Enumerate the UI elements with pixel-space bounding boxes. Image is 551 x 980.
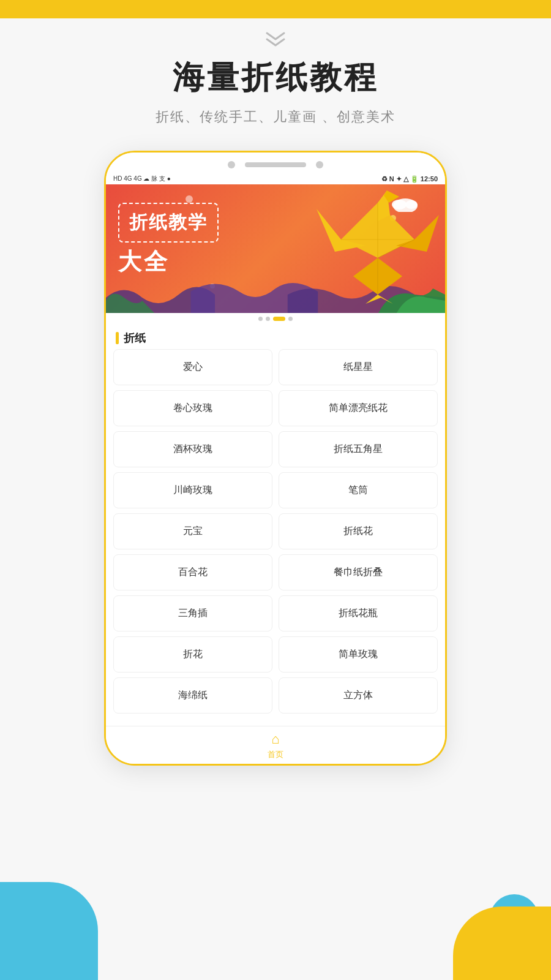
- grid-container: 爱心 纸星星 卷心玫瑰 简单漂亮纸花 酒杯玫瑰 折纸五角星 川崎玫瑰 笔筒 元宝…: [106, 349, 445, 726]
- nav-item-home[interactable]: ⌂ 首页: [106, 726, 445, 764]
- grid-item-6-1[interactable]: 百合花: [113, 554, 272, 590]
- page-subtitle: 折纸、传统手工、儿童画 、创意美术: [156, 108, 395, 126]
- phone-mockup: HD 4G 4G ☁ 脉 支 ● ♻ N ✦ △ 🔋 12:50: [104, 151, 447, 766]
- grid-row-3: 酒杯玫瑰 折纸五角星: [113, 431, 438, 467]
- top-bar: [0, 0, 551, 18]
- status-icons-left: HD 4G 4G ☁ 脉 支 ●: [113, 175, 171, 183]
- banner-cloud: [390, 194, 421, 214]
- status-left: HD 4G 4G ☁ 脉 支 ●: [113, 175, 171, 183]
- page-title: 海量折纸教程: [173, 56, 378, 99]
- home-icon: ⌂: [271, 731, 279, 747]
- grid-item-5-1[interactable]: 元宝: [113, 513, 272, 549]
- grid-row-8: 折花 简单玫瑰: [113, 636, 438, 673]
- grid-item-5-2[interactable]: 折纸花: [279, 513, 438, 549]
- banner-main-text: 折纸教学: [129, 210, 208, 235]
- grid-item-3-2[interactable]: 折纸五角星: [279, 431, 438, 467]
- banner-dots: [106, 313, 445, 325]
- grid-item-7-2[interactable]: 折纸花瓶: [279, 595, 438, 631]
- nav-label-home: 首页: [268, 749, 283, 760]
- grid-item-1-1[interactable]: 爱心: [113, 349, 272, 385]
- phone-sensor-right: [316, 161, 323, 168]
- svg-point-12: [392, 200, 407, 209]
- phone-speaker: [245, 162, 306, 167]
- banner-deco-circle1: [186, 195, 193, 203]
- dot-1: [258, 317, 263, 321]
- status-icons-right: ♻ N ✦ △ 🔋 12:50: [381, 175, 438, 183]
- svg-point-13: [405, 200, 418, 209]
- grid-item-8-2[interactable]: 简单玫瑰: [279, 636, 438, 673]
- bg-shape-blue: [0, 882, 98, 980]
- grid-row-9: 海绵纸 立方体: [113, 677, 438, 714]
- grid-item-7-1[interactable]: 三角插: [113, 595, 272, 631]
- grid-item-6-2[interactable]: 餐巾纸折叠: [279, 554, 438, 590]
- dot-2: [266, 317, 270, 321]
- grid-item-8-1[interactable]: 折花: [113, 636, 272, 673]
- grid-row-5: 元宝 折纸花: [113, 513, 438, 549]
- bottom-nav: ⌂ 首页: [106, 726, 445, 764]
- grid-row-2: 卷心玫瑰 简单漂亮纸花: [113, 390, 438, 426]
- chevron-icon: [264, 31, 287, 50]
- banner-title-box: 折纸教学: [118, 203, 219, 243]
- grid-row-4: 川崎玫瑰 笔筒: [113, 472, 438, 508]
- bg-shape-yellow: [453, 907, 551, 980]
- svg-marker-6: [365, 295, 393, 304]
- grid-row-1: 爱心 纸星星: [113, 349, 438, 385]
- section-bar-accent: [116, 332, 119, 344]
- status-bar: HD 4G 4G ☁ 脉 支 ● ♻ N ✦ △ 🔋 12:50: [106, 173, 445, 184]
- grid-item-9-2[interactable]: 立方体: [279, 677, 438, 714]
- main-background: 海量折纸教程 折纸、传统手工、儿童画 、创意美术 HD 4G 4G ☁ 脉 支 …: [0, 18, 551, 980]
- grid-item-3-1[interactable]: 酒杯玫瑰: [113, 431, 272, 467]
- grid-item-1-2[interactable]: 纸星星: [279, 349, 438, 385]
- banner[interactable]: 折纸教学 大全: [106, 184, 445, 313]
- grid-item-4-1[interactable]: 川崎玫瑰: [113, 472, 272, 508]
- grid-row-6: 百合花 餐巾纸折叠: [113, 554, 438, 590]
- grid-item-2-2[interactable]: 简单漂亮纸花: [279, 390, 438, 426]
- banner-sub-text: 大全: [118, 246, 219, 277]
- phone-sensor-left: [228, 161, 235, 168]
- section-title: 折纸: [124, 331, 146, 345]
- section-header: 折纸: [106, 325, 445, 349]
- phone-top-bar: [106, 153, 445, 173]
- status-right: ♻ N ✦ △ 🔋 12:50: [381, 175, 438, 183]
- origami-crane: [317, 190, 439, 307]
- dot-4: [288, 317, 293, 321]
- grid-item-4-2[interactable]: 笔筒: [279, 472, 438, 508]
- grid-row-7: 三角插 折纸花瓶: [113, 595, 438, 631]
- grid-item-9-1[interactable]: 海绵纸: [113, 677, 272, 714]
- banner-text-area: 折纸教学 大全: [118, 203, 219, 277]
- dot-3-active: [273, 317, 285, 321]
- grid-item-2-1[interactable]: 卷心玫瑰: [113, 390, 272, 426]
